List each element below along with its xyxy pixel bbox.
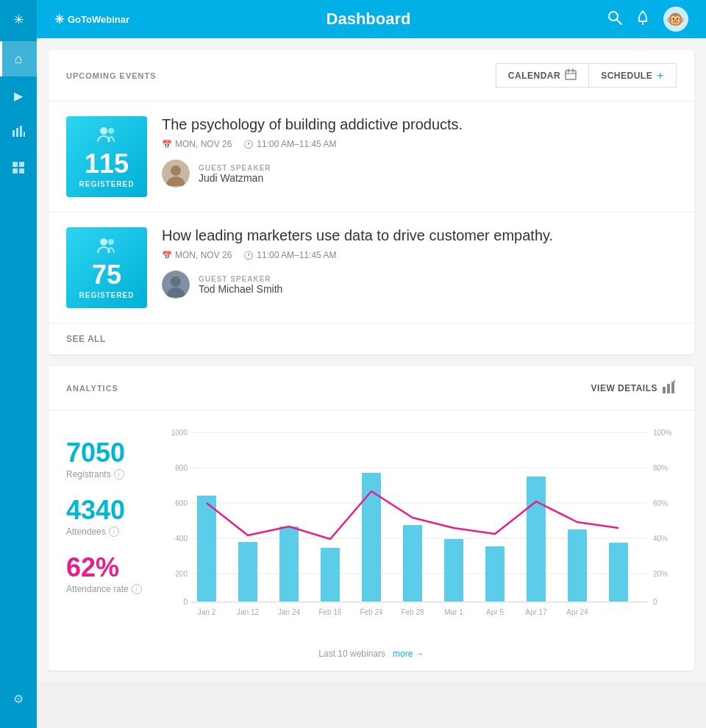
analytics-title: ANALYTICS [66,384,118,393]
attendees-info-icon[interactable]: i [109,527,119,537]
upcoming-events-card: UPCOMING EVENTS CALENDAR [49,50,694,354]
svg-rect-4 [13,162,18,167]
sidebar-item-home[interactable]: ⌂ [0,41,37,76]
cards-wrapper: UPCOMING EVENTS CALENDAR [37,38,706,682]
calendar-button[interactable]: CALENDAR [496,63,589,88]
event-2-title: How leading marketers use data to drive … [162,227,677,244]
svg-rect-49 [321,548,340,602]
event-1-meta: 📅 MON, NOV 26 🕐 11:00 AM–11:45 AM [162,139,677,149]
attendees-value: 4340 [66,497,147,524]
svg-text:600: 600 [175,499,188,507]
grid-icon [12,161,25,178]
svg-rect-27 [674,380,675,382]
svg-text:Jan 12: Jan 12 [237,608,259,616]
schedule-btn-label: SCHEDULE [601,71,652,81]
svg-point-11 [641,10,643,13]
svg-rect-51 [403,525,422,602]
analytics-stats: 7050 Registrants i 4340 Attendees i [66,425,162,634]
svg-text:0: 0 [653,598,657,606]
bar-chart-icon [662,379,677,396]
svg-point-23 [171,276,181,287]
svg-rect-2 [20,126,22,137]
svg-rect-52 [444,539,463,602]
event-2-meta: 📅 MON, NOV 26 🕐 11:00 AM–11:45 AM [162,250,677,260]
upcoming-events-title: UPCOMING EVENTS [66,71,157,80]
svg-text:Mar 1: Mar 1 [444,608,463,616]
svg-point-20 [100,238,107,246]
sidebar-item-analytics[interactable] [0,115,37,150]
svg-rect-26 [671,382,674,393]
sidebar-item-grid[interactable] [0,151,37,187]
speaker-label-2: GUEST SPEAKER [199,275,282,283]
chart-area: 1000 800 600 400 200 0 100% 80% 60% 40% … [162,425,677,634]
event-1-title: The psychology of building addictive pro… [162,116,677,133]
svg-rect-6 [13,168,18,174]
svg-rect-7 [19,168,24,174]
analytics-card: ANALYTICS VIEW DETAILS [49,366,694,671]
sidebar-logo: ✳ [13,6,24,40]
see-all-link[interactable]: SEE ALL [49,324,694,354]
svg-text:800: 800 [175,464,188,472]
speaker-row-1: GUEST SPEAKER Judi Watzman [162,160,677,188]
calendar-icon [565,68,577,82]
sidebar-item-play[interactable]: ▶ [0,78,37,113]
registrants-label: Registrants i [66,469,147,479]
event-info-1: The psychology of building addictive pro… [162,116,677,188]
settings-icon: ⚙ [13,692,24,706]
event-badge-1: 115 REGISTERED [66,116,147,197]
event-badge-2: 75 REGISTERED [66,227,147,308]
svg-rect-12 [566,71,576,79]
event-2-time: 🕐 11:00 AM–11:45 AM [243,250,336,260]
rate-label: Attendance rate i [66,584,147,594]
svg-rect-53 [485,546,504,602]
analytics-body: 7050 Registrants i 4340 Attendees i [49,410,694,641]
speaker-name-2: Tod Michael Smith [199,283,282,295]
speaker-info-1: GUEST SPEAKER Judi Watzman [199,164,271,184]
svg-text:0: 0 [183,598,188,606]
plus-icon: + [657,69,664,82]
view-details-button[interactable]: VIEW DETAILS [591,379,677,396]
svg-point-8 [609,12,618,21]
svg-text:40%: 40% [653,535,668,543]
sidebar-item-settings[interactable]: ⚙ [0,681,37,716]
bell-icon[interactable] [635,10,650,29]
main-content: ✳ GoToWebinar Dashboard 🐵 [37,0,706,682]
rate-stat: 62% Attendance rate i [66,554,147,594]
search-icon[interactable] [607,10,622,29]
upcoming-events-header: UPCOMING EVENTS CALENDAR [49,50,694,101]
analytics-header: ANALYTICS VIEW DETAILS [49,366,694,410]
registrants-info-icon[interactable]: i [114,469,124,479]
svg-text:Jan 24: Jan 24 [278,608,300,616]
svg-rect-24 [663,387,666,393]
more-link[interactable]: more → [393,649,424,659]
svg-text:200: 200 [175,570,188,578]
svg-text:400: 400 [175,535,188,543]
people-icon [96,126,117,148]
svg-text:20%: 20% [653,570,668,578]
event-item-1: 115 REGISTERED The psychology of buildin… [49,101,694,213]
rate-value: 62% [66,554,147,581]
registered-label-2: REGISTERED [79,291,134,299]
svg-rect-54 [527,477,546,602]
svg-text:60%: 60% [653,499,668,507]
speaker-info-2: GUEST SPEAKER Tod Michael Smith [199,275,282,295]
svg-point-19 [171,165,181,176]
svg-text:100%: 100% [653,429,672,437]
page-header: ✳ GoToWebinar Dashboard 🐵 [37,0,706,38]
event-1-count: 115 [85,151,129,177]
svg-rect-3 [24,132,25,137]
event-2-count: 75 [92,262,121,288]
view-details-label: VIEW DETAILS [591,383,657,393]
svg-rect-56 [609,543,628,602]
svg-text:Apr 5: Apr 5 [486,608,504,616]
svg-rect-5 [19,162,24,167]
svg-rect-25 [667,384,670,393]
schedule-button[interactable]: SCHEDULE + [589,63,677,88]
sidebar: ✳ ⌂ ▶ ⚙ [0,0,37,728]
rate-info-icon[interactable]: i [132,584,142,594]
user-avatar[interactable]: 🐵 [663,7,688,32]
play-icon: ▶ [14,89,23,103]
svg-rect-0 [13,130,15,137]
calendar-btn-label: CALENDAR [508,71,560,81]
svg-line-9 [617,20,621,24]
